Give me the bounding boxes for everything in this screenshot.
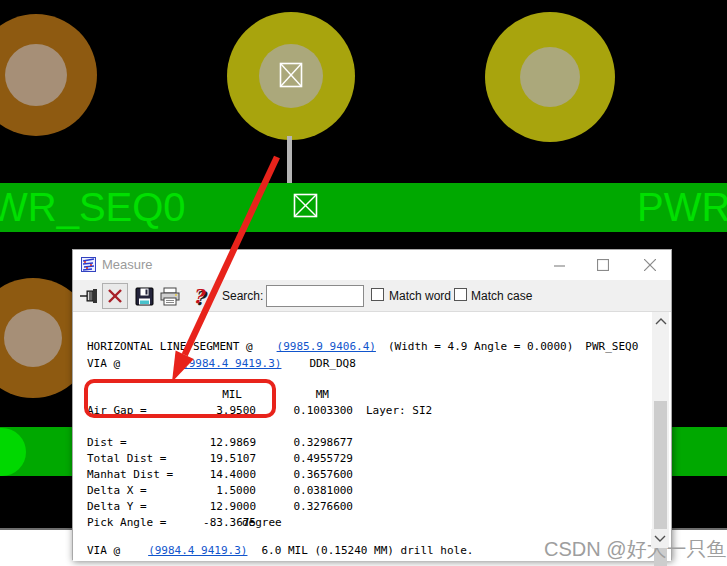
pad-drill-center [520, 47, 580, 107]
maximize-button[interactable] [586, 250, 620, 280]
drill-hole-info: 6.0 MIL (0.15240 MM) drill hole. [261, 544, 473, 557]
measure-label: Delta X = [87, 484, 202, 497]
coordinate-link[interactable]: (9984.4 9419.3) [148, 544, 247, 557]
segment-info-line: HORIZONTAL LINE SEGMENT @(9985.9 9406.4)… [87, 340, 638, 353]
table-row: Total Dist =19.51070.4955729 [87, 452, 353, 465]
table-row: Delta X =1.50000.0381000 [87, 484, 353, 497]
trace-stub [287, 136, 292, 186]
mm-value: 0.3276600 [256, 500, 353, 513]
watermark-text: CSDN @好大一只鱼 [544, 536, 727, 563]
mil-value: 12.9869 [202, 436, 256, 449]
mil-value: 1.5000 [202, 484, 256, 497]
measure-label: Dist = [87, 436, 202, 449]
mil-header: MIL [202, 388, 256, 401]
minimize-icon [554, 260, 565, 271]
scroll-up-button[interactable] [652, 312, 669, 330]
measure-label: Delta Y = [87, 500, 202, 513]
mm-value: 0.0381000 [256, 484, 353, 497]
match-word-checkbox[interactable] [371, 288, 384, 301]
net-label-right: PWR [637, 185, 727, 229]
chevron-up-icon [655, 318, 667, 325]
search-label: Search: [222, 280, 263, 312]
mil-value: 19.5107 [202, 452, 256, 465]
mil-value: 14.4000 [202, 468, 256, 481]
chevron-down-icon [654, 535, 666, 542]
match-case-checkbox[interactable] [454, 288, 467, 301]
help-icon: ? [192, 286, 203, 306]
close-button[interactable] [633, 250, 667, 280]
layer-info: Layer: SI2 [366, 404, 432, 417]
via-marker-icon [293, 193, 318, 218]
segment-label: HORIZONTAL LINE SEGMENT @ [87, 340, 253, 353]
power-trace-top: WR_SEQ0 PWR [0, 183, 727, 232]
minimize-button[interactable] [542, 250, 576, 280]
match-case-label: Match case [471, 280, 532, 312]
pad-drill-center [4, 309, 62, 367]
measure-label: Pick Angle = [87, 516, 202, 529]
pad-drill-center [5, 44, 67, 106]
via-label: VIA @ [87, 544, 120, 557]
angle-unit: degree [242, 516, 339, 529]
pad-brown-top-left [0, 14, 97, 136]
via-info-line: VIA @(9984.4 9419.3)DDR_DQ8 [87, 357, 356, 370]
mm-value: 0.3657600 [256, 468, 353, 481]
mm-value: 0.1003300 [256, 404, 353, 417]
via-drill-line: VIA @(9984.4 9419.3)6.0 MIL (0.15240 MM)… [87, 544, 473, 557]
mil-value: 12.9000 [202, 500, 256, 513]
vertical-scrollbar[interactable] [652, 312, 669, 549]
net-label-left: WR_SEQ0 [0, 185, 186, 229]
measure-app-icon [81, 257, 96, 272]
table-row: Delta Y =12.90000.3276600 [87, 500, 353, 513]
measure-results: HORIZONTAL LINE SEGMENT @(9985.9 9406.4)… [73, 312, 671, 561]
pin-button[interactable] [76, 283, 102, 309]
red-x-icon [107, 288, 123, 304]
close-icon [644, 259, 656, 271]
measure-label: Manhat Dist = [87, 468, 202, 481]
match-word-label: Match word [389, 280, 451, 312]
mil-value: 3.9500 [202, 404, 256, 417]
segment-width-angle: (Width = 4.9 Angle = 0.0000) [388, 340, 573, 353]
air-gap-row: Air Gap =3.95000.1003300Layer: SI2 [87, 404, 432, 417]
via-marker-icon [279, 62, 303, 88]
measure-label: Total Dist = [87, 452, 202, 465]
table-row: Dist =12.98690.3298677 [87, 436, 353, 449]
mm-value: 0.3298677 [256, 436, 353, 449]
pushpin-icon [79, 288, 99, 304]
segment-net-name: PWR_SEQ0 [585, 340, 638, 353]
pad-green-left [0, 428, 26, 476]
maximize-icon [597, 259, 609, 271]
printer-icon [160, 287, 180, 306]
measure-dialog: Measure [72, 249, 672, 560]
search-input[interactable] [266, 285, 364, 307]
coordinate-link[interactable]: (9985.9 9406.4) [277, 340, 376, 353]
measure-label: Air Gap = [87, 404, 202, 417]
dialog-title: Measure [102, 250, 153, 280]
scroll-down-button[interactable] [651, 529, 668, 548]
save-button[interactable] [131, 283, 157, 309]
clear-button[interactable] [102, 283, 128, 309]
save-icon [135, 287, 154, 306]
table-row: Pick Angle =-83.3675degree [87, 516, 353, 529]
pad-olive-top-right [485, 12, 615, 142]
units-header-row: MILMM [87, 388, 353, 401]
table-row: Manhat Dist =14.40000.3657600 [87, 468, 353, 481]
coordinate-link[interactable]: (9984.4 9419.3) [182, 357, 281, 370]
via-label: VIA @ [87, 357, 120, 370]
via-net-name: DDR_DQ8 [309, 357, 355, 370]
dialog-titlebar[interactable]: Measure [73, 250, 671, 280]
mm-value: 0.4955729 [256, 452, 353, 465]
dialog-toolbar: ? Search: Match word Match case [73, 280, 671, 312]
print-button[interactable] [157, 283, 183, 309]
pcb-editor-screen: WR_SEQ0 PWR Measure [0, 0, 727, 566]
mm-header: MM [256, 388, 353, 401]
help-button[interactable]: ? [185, 283, 211, 309]
